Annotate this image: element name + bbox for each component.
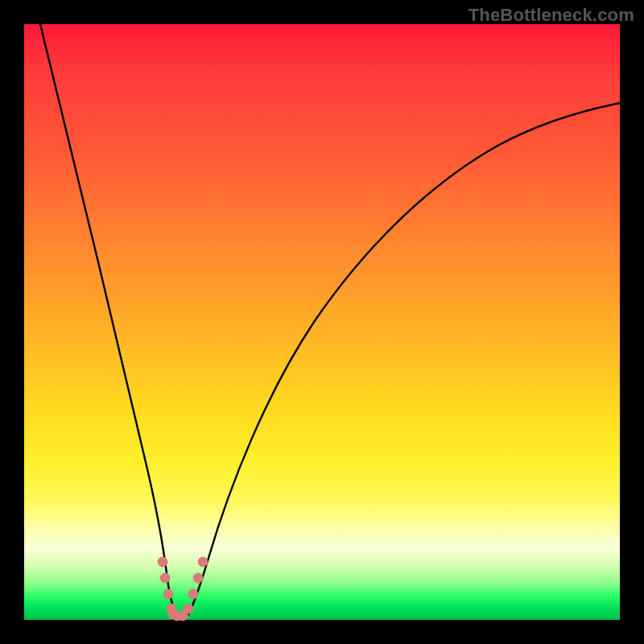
data-point [158, 557, 167, 567]
watermark-text: TheBottleneck.com [469, 5, 634, 26]
curve-path [40, 24, 620, 616]
data-point [188, 589, 198, 599]
data-point [193, 573, 203, 583]
data-point [163, 589, 173, 599]
bottleneck-curve [24, 24, 620, 620]
chart-frame: TheBottleneck.com [0, 0, 644, 644]
data-point [160, 573, 170, 583]
data-point [184, 604, 193, 613]
data-point [198, 557, 208, 567]
plot-area [24, 24, 620, 620]
